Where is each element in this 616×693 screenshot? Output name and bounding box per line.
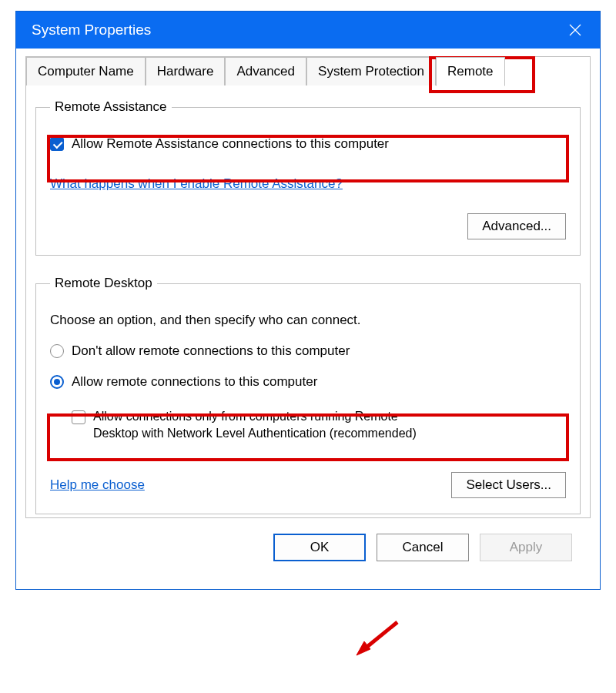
annotation-arrow-icon — [355, 618, 401, 659]
tab-bar: Computer Name Hardware Advanced System P… — [26, 57, 590, 85]
client-area: Computer Name Hardware Advanced System P… — [16, 49, 600, 589]
checkbox-icon[interactable] — [72, 410, 85, 424]
system-properties-window: System Properties Computer Name Hardware… — [15, 11, 601, 590]
radio-deny-row[interactable]: Don't allow remote connections to this c… — [50, 343, 566, 359]
radio-deny-label: Don't allow remote connections to this c… — [72, 343, 350, 359]
nla-checkbox-row[interactable]: Allow connections only from computers ru… — [72, 408, 566, 441]
tab-system-protection[interactable]: System Protection — [306, 57, 436, 85]
svg-line-2 — [364, 622, 397, 649]
tab-computer-name[interactable]: Computer Name — [26, 57, 146, 85]
legend-remote-desktop: Remote Desktop — [50, 276, 157, 291]
radio-icon[interactable] — [50, 375, 64, 389]
allow-remote-assistance-row[interactable]: Allow Remote Assistance connections to t… — [50, 136, 566, 152]
cancel-button[interactable]: Cancel — [377, 534, 469, 561]
remote-desktop-prompt: Choose an option, and then specify who c… — [50, 313, 566, 328]
remote-assistance-help-link[interactable]: What happens when I enable Remote Assist… — [50, 176, 343, 191]
group-remote-desktop: Remote Desktop Choose an option, and the… — [35, 276, 581, 514]
close-icon[interactable] — [561, 16, 589, 44]
nla-label-line2: Desktop with Network Level Authenticatio… — [93, 427, 417, 440]
radio-icon[interactable] — [50, 344, 64, 358]
tab-advanced[interactable]: Advanced — [225, 57, 306, 85]
checkbox-icon[interactable] — [50, 137, 64, 151]
advanced-button[interactable]: Advanced... — [467, 213, 566, 239]
apply-button: Apply — [480, 534, 572, 561]
nla-label: Allow connections only from computers ru… — [93, 408, 417, 441]
window-title: System Properties — [32, 22, 151, 38]
ok-button[interactable]: OK — [273, 534, 366, 561]
svg-marker-3 — [357, 641, 370, 655]
dialog-footer: OK Cancel Apply — [25, 518, 591, 577]
titlebar: System Properties — [16, 12, 600, 49]
nla-label-line1: Allow connections only from computers ru… — [93, 410, 398, 423]
radio-allow-label: Allow remote connections to this compute… — [72, 374, 317, 390]
help-me-choose-link[interactable]: Help me choose — [50, 477, 145, 493]
allow-remote-assistance-label: Allow Remote Assistance connections to t… — [72, 136, 389, 152]
legend-remote-assistance: Remote Assistance — [50, 99, 172, 115]
tab-remote[interactable]: Remote — [436, 57, 505, 86]
select-users-button[interactable]: Select Users... — [451, 472, 566, 498]
tab-hardware[interactable]: Hardware — [146, 57, 226, 85]
radio-allow-row[interactable]: Allow remote connections to this compute… — [50, 374, 566, 390]
group-remote-assistance: Remote Assistance Allow Remote Assistanc… — [35, 99, 581, 256]
